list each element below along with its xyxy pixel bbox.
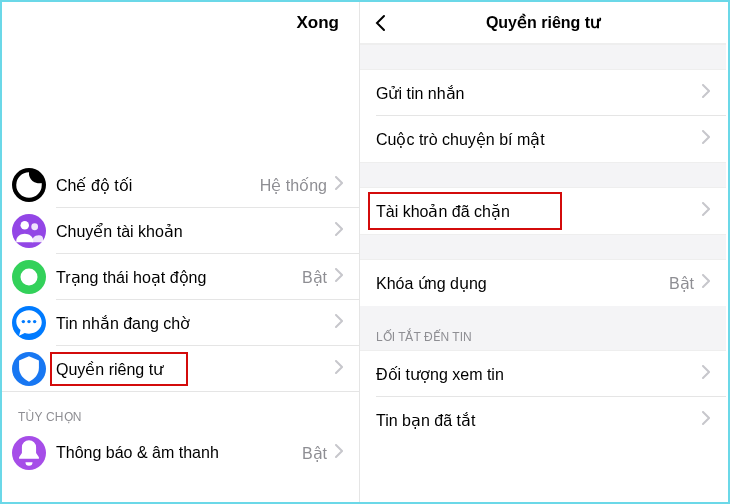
chevron-right-icon	[335, 360, 343, 378]
svg-point-0	[21, 221, 30, 230]
row-label: Trạng thái hoạt động	[56, 268, 302, 287]
svg-point-2	[21, 269, 38, 286]
svg-point-4	[27, 320, 30, 323]
row-value: Bật	[669, 274, 694, 293]
chevron-right-icon	[335, 444, 343, 462]
back-button[interactable]	[368, 10, 394, 36]
row-secret-chat[interactable]: Cuộc trò chuyện bí mật	[360, 116, 726, 162]
chevron-right-icon	[702, 274, 710, 292]
chevron-right-icon	[335, 268, 343, 286]
chevron-right-icon	[702, 411, 710, 429]
svg-point-1	[31, 223, 38, 230]
chevron-right-icon	[335, 176, 343, 194]
chevron-right-icon	[335, 314, 343, 332]
row-story-muted[interactable]: Tin bạn đã tắt	[360, 397, 726, 443]
row-active-status[interactable]: Trạng thái hoạt động Bật	[2, 254, 359, 300]
row-label: Khóa ứng dụng	[376, 274, 669, 293]
row-label: Chế độ tối	[56, 176, 260, 195]
chevron-right-icon	[702, 84, 710, 102]
settings-pane: Xong Chế độ tối Hệ thống Chuyển tài khoả…	[2, 2, 360, 502]
chevron-right-icon	[702, 365, 710, 383]
row-send-message[interactable]: Gửi tin nhắn	[360, 70, 726, 116]
active-status-icon	[12, 260, 46, 294]
spacer	[360, 162, 726, 188]
chevron-right-icon	[702, 202, 710, 220]
row-value: Bật	[302, 268, 327, 287]
spacer	[360, 44, 726, 70]
page-title: Quyền riêng tư	[360, 13, 726, 32]
row-dark-mode[interactable]: Chế độ tối Hệ thống	[2, 162, 359, 208]
shield-icon	[12, 352, 46, 386]
row-label: Quyền riêng tư	[56, 360, 335, 379]
row-app-lock[interactable]: Khóa ứng dụng Bật	[360, 260, 726, 306]
row-label: Tin nhắn đang chờ	[56, 314, 335, 333]
section-header-story: LỐI TẮT ĐẾN TIN	[360, 306, 726, 351]
privacy-pane: Quyền riêng tư Gửi tin nhắn Cuộc trò chu…	[360, 2, 726, 502]
row-notifications-sound[interactable]: Thông báo & âm thanh Bật	[2, 430, 359, 476]
row-story-audience[interactable]: Đối tượng xem tin	[360, 351, 726, 397]
row-label: Gửi tin nhắn	[376, 84, 702, 103]
row-privacy[interactable]: Quyền riêng tư	[2, 346, 359, 392]
row-label: Đối tượng xem tin	[376, 365, 702, 384]
section-header-options: TÙY CHỌN	[2, 392, 359, 430]
row-label: Thông báo & âm thanh	[56, 444, 302, 462]
gap	[2, 44, 359, 162]
svg-point-5	[33, 320, 36, 323]
svg-point-3	[22, 320, 25, 323]
header-left: Xong	[2, 2, 359, 44]
spacer	[360, 234, 726, 260]
chevron-right-icon	[335, 222, 343, 240]
row-label: Tin bạn đã tắt	[376, 411, 702, 430]
row-blocked-accounts[interactable]: Tài khoản đã chặn	[360, 188, 726, 234]
header-right: Quyền riêng tư	[360, 2, 726, 44]
row-label: Cuộc trò chuyện bí mật	[376, 130, 702, 149]
message-icon	[12, 306, 46, 340]
row-value: Hệ thống	[260, 176, 327, 195]
chevron-right-icon	[702, 130, 710, 148]
row-switch-account[interactable]: Chuyển tài khoản	[2, 208, 359, 254]
done-button[interactable]: Xong	[297, 13, 340, 33]
row-pending-messages[interactable]: Tin nhắn đang chờ	[2, 300, 359, 346]
row-value: Bật	[302, 444, 327, 463]
bell-icon	[12, 436, 46, 470]
row-label: Chuyển tài khoản	[56, 222, 335, 241]
switch-account-icon	[12, 214, 46, 248]
moon-icon	[12, 168, 46, 202]
row-label: Tài khoản đã chặn	[376, 202, 702, 221]
